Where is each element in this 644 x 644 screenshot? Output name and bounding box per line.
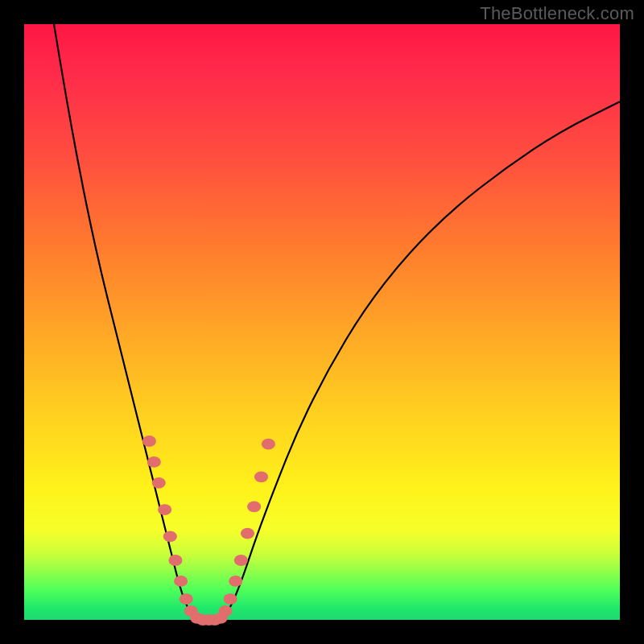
data-marker <box>174 576 188 587</box>
watermark-text: TheBottleneck.com <box>480 3 634 24</box>
data-marker <box>152 477 166 489</box>
data-marker <box>180 593 193 605</box>
data-marker <box>234 555 248 566</box>
data-marker <box>163 530 177 542</box>
data-marker <box>254 471 268 482</box>
right-curve <box>221 101 620 620</box>
left-curve <box>54 24 197 620</box>
data-marker <box>168 555 182 566</box>
chart-overlay-svg <box>24 24 620 620</box>
data-marker <box>147 456 161 468</box>
data-marker <box>158 504 171 515</box>
data-markers <box>142 436 275 625</box>
data-marker <box>142 436 156 447</box>
data-marker <box>219 605 233 617</box>
data-marker <box>247 501 261 512</box>
chart-frame: TheBottleneck.com <box>0 0 644 644</box>
data-marker <box>223 593 237 605</box>
data-marker <box>262 439 275 450</box>
data-marker <box>241 528 254 539</box>
data-marker <box>229 576 242 587</box>
